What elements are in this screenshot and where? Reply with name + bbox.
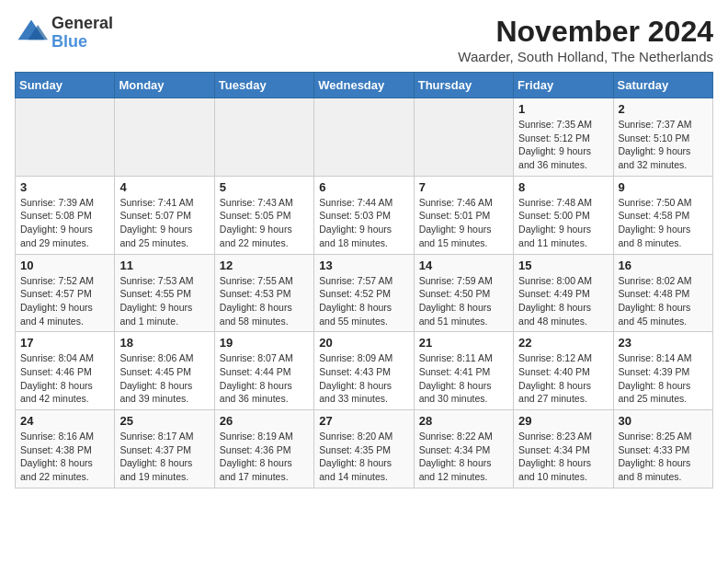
- day-info: Sunrise: 8:17 AM Sunset: 4:37 PM Dayligh…: [119, 430, 209, 484]
- day-info: Sunrise: 8:19 AM Sunset: 4:36 PM Dayligh…: [220, 430, 309, 484]
- day-number: 7: [419, 180, 508, 194]
- weekday-header-saturday: Saturday: [613, 73, 712, 98]
- day-info: Sunrise: 7:48 AM Sunset: 5:00 PM Dayligh…: [518, 196, 608, 250]
- calendar-cell: 4Sunrise: 7:41 AM Sunset: 5:07 PM Daylig…: [115, 176, 214, 254]
- day-number: 17: [20, 336, 109, 350]
- day-number: 18: [119, 336, 209, 350]
- day-info: Sunrise: 7:44 AM Sunset: 5:03 PM Dayligh…: [319, 196, 408, 250]
- day-info: Sunrise: 7:37 AM Sunset: 5:10 PM Dayligh…: [619, 118, 708, 172]
- calendar-cell: [214, 98, 313, 177]
- day-number: 14: [419, 259, 508, 272]
- calendar-cell: 21Sunrise: 8:11 AM Sunset: 4:41 PM Dayli…: [414, 332, 513, 410]
- weekday-header-monday: Monday: [115, 73, 214, 98]
- calendar-cell: 5Sunrise: 7:43 AM Sunset: 5:05 PM Daylig…: [214, 176, 313, 254]
- day-number: 23: [619, 336, 708, 350]
- day-number: 21: [419, 336, 508, 350]
- day-info: Sunrise: 7:35 AM Sunset: 5:12 PM Dayligh…: [518, 118, 608, 172]
- day-number: 25: [119, 414, 209, 428]
- day-info: Sunrise: 8:12 AM Sunset: 4:40 PM Dayligh…: [518, 351, 608, 406]
- day-info: Sunrise: 8:23 AM Sunset: 4:34 PM Dayligh…: [518, 430, 608, 484]
- calendar-cell: 23Sunrise: 8:14 AM Sunset: 4:39 PM Dayli…: [613, 332, 712, 410]
- location: Waarder, South Holland, The Netherlands: [458, 49, 713, 64]
- calendar: SundayMondayTuesdayWednesdayThursdayFrid…: [15, 72, 713, 488]
- day-number: 4: [119, 180, 209, 194]
- calendar-cell: 27Sunrise: 8:20 AM Sunset: 4:35 PM Dayli…: [314, 410, 414, 488]
- calendar-cell: [115, 98, 214, 177]
- calendar-cell: 3Sunrise: 7:39 AM Sunset: 5:08 PM Daylig…: [16, 176, 115, 254]
- day-info: Sunrise: 8:00 AM Sunset: 4:49 PM Dayligh…: [518, 274, 608, 328]
- weekday-header-tuesday: Tuesday: [214, 73, 313, 98]
- day-number: 28: [419, 414, 508, 428]
- day-number: 8: [518, 180, 608, 194]
- calendar-cell: 10Sunrise: 7:52 AM Sunset: 4:57 PM Dayli…: [16, 254, 115, 332]
- calendar-cell: 25Sunrise: 8:17 AM Sunset: 4:37 PM Dayli…: [115, 410, 214, 488]
- calendar-cell: 19Sunrise: 8:07 AM Sunset: 4:44 PM Dayli…: [214, 332, 313, 410]
- calendar-cell: 24Sunrise: 8:16 AM Sunset: 4:38 PM Dayli…: [16, 410, 115, 488]
- calendar-cell: 17Sunrise: 8:04 AM Sunset: 4:46 PM Dayli…: [16, 332, 115, 410]
- calendar-cell: 22Sunrise: 8:12 AM Sunset: 4:40 PM Dayli…: [514, 332, 613, 410]
- day-number: 3: [20, 180, 109, 194]
- calendar-cell: 12Sunrise: 7:55 AM Sunset: 4:53 PM Dayli…: [214, 254, 313, 332]
- calendar-cell: 6Sunrise: 7:44 AM Sunset: 5:03 PM Daylig…: [314, 176, 414, 254]
- day-info: Sunrise: 7:57 AM Sunset: 4:52 PM Dayligh…: [319, 274, 408, 328]
- day-number: 6: [319, 180, 408, 194]
- calendar-cell: 7Sunrise: 7:46 AM Sunset: 5:01 PM Daylig…: [414, 176, 513, 254]
- day-info: Sunrise: 7:43 AM Sunset: 5:05 PM Dayligh…: [220, 196, 309, 250]
- day-number: 5: [220, 180, 309, 194]
- calendar-cell: 2Sunrise: 7:37 AM Sunset: 5:10 PM Daylig…: [613, 98, 712, 177]
- day-number: 11: [119, 259, 209, 272]
- week-row-5: 24Sunrise: 8:16 AM Sunset: 4:38 PM Dayli…: [16, 410, 713, 488]
- day-info: Sunrise: 8:04 AM Sunset: 4:46 PM Dayligh…: [20, 351, 109, 406]
- day-info: Sunrise: 8:11 AM Sunset: 4:41 PM Dayligh…: [419, 351, 508, 406]
- day-number: 15: [518, 259, 608, 272]
- weekday-header-wednesday: Wednesday: [314, 73, 414, 98]
- calendar-cell: 11Sunrise: 7:53 AM Sunset: 4:55 PM Dayli…: [115, 254, 214, 332]
- day-number: 29: [518, 414, 608, 428]
- day-info: Sunrise: 7:52 AM Sunset: 4:57 PM Dayligh…: [20, 274, 109, 328]
- day-info: Sunrise: 7:46 AM Sunset: 5:01 PM Dayligh…: [419, 196, 508, 250]
- day-info: Sunrise: 8:09 AM Sunset: 4:43 PM Dayligh…: [319, 351, 408, 406]
- day-info: Sunrise: 7:41 AM Sunset: 5:07 PM Dayligh…: [119, 196, 209, 250]
- title-area: November 2024 Waarder, South Holland, Th…: [458, 15, 713, 64]
- day-info: Sunrise: 7:59 AM Sunset: 4:50 PM Dayligh…: [419, 274, 508, 328]
- week-row-4: 17Sunrise: 8:04 AM Sunset: 4:46 PM Dayli…: [16, 332, 713, 410]
- day-number: 16: [619, 259, 708, 272]
- calendar-cell: 30Sunrise: 8:25 AM Sunset: 4:33 PM Dayli…: [613, 410, 712, 488]
- day-info: Sunrise: 8:20 AM Sunset: 4:35 PM Dayligh…: [319, 430, 408, 484]
- day-info: Sunrise: 7:50 AM Sunset: 4:58 PM Dayligh…: [619, 196, 708, 250]
- day-number: 12: [220, 259, 309, 272]
- day-info: Sunrise: 8:02 AM Sunset: 4:48 PM Dayligh…: [619, 274, 708, 328]
- day-number: 24: [20, 414, 109, 428]
- day-info: Sunrise: 8:07 AM Sunset: 4:44 PM Dayligh…: [220, 351, 309, 406]
- week-row-1: 1Sunrise: 7:35 AM Sunset: 5:12 PM Daylig…: [16, 98, 713, 177]
- day-info: Sunrise: 8:22 AM Sunset: 4:34 PM Dayligh…: [419, 430, 508, 484]
- day-number: 2: [619, 102, 708, 116]
- calendar-cell: 1Sunrise: 7:35 AM Sunset: 5:12 PM Daylig…: [514, 98, 613, 177]
- calendar-cell: 9Sunrise: 7:50 AM Sunset: 4:58 PM Daylig…: [613, 176, 712, 254]
- month-title: November 2024: [458, 15, 713, 49]
- calendar-cell: [414, 98, 513, 177]
- logo: General Blue: [15, 15, 113, 52]
- day-info: Sunrise: 8:25 AM Sunset: 4:33 PM Dayligh…: [619, 430, 708, 484]
- calendar-cell: 15Sunrise: 8:00 AM Sunset: 4:49 PM Dayli…: [514, 254, 613, 332]
- logo-icon: [15, 17, 48, 50]
- day-number: 10: [20, 259, 109, 272]
- calendar-cell: 26Sunrise: 8:19 AM Sunset: 4:36 PM Dayli…: [214, 410, 313, 488]
- calendar-cell: 13Sunrise: 7:57 AM Sunset: 4:52 PM Dayli…: [314, 254, 414, 332]
- weekday-header-row: SundayMondayTuesdayWednesdayThursdayFrid…: [16, 73, 713, 98]
- day-number: 1: [518, 102, 608, 116]
- day-number: 13: [319, 259, 408, 272]
- weekday-header-friday: Friday: [514, 73, 613, 98]
- header: General Blue November 2024 Waarder, Sout…: [15, 15, 713, 64]
- calendar-cell: [16, 98, 115, 177]
- day-info: Sunrise: 7:53 AM Sunset: 4:55 PM Dayligh…: [119, 274, 209, 328]
- logo-text: General Blue: [51, 15, 113, 52]
- week-row-3: 10Sunrise: 7:52 AM Sunset: 4:57 PM Dayli…: [16, 254, 713, 332]
- calendar-cell: 20Sunrise: 8:09 AM Sunset: 4:43 PM Dayli…: [314, 332, 414, 410]
- day-number: 19: [220, 336, 309, 350]
- calendar-cell: 14Sunrise: 7:59 AM Sunset: 4:50 PM Dayli…: [414, 254, 513, 332]
- calendar-cell: [314, 98, 414, 177]
- day-number: 30: [619, 414, 708, 428]
- weekday-header-thursday: Thursday: [414, 73, 513, 98]
- day-number: 26: [220, 414, 309, 428]
